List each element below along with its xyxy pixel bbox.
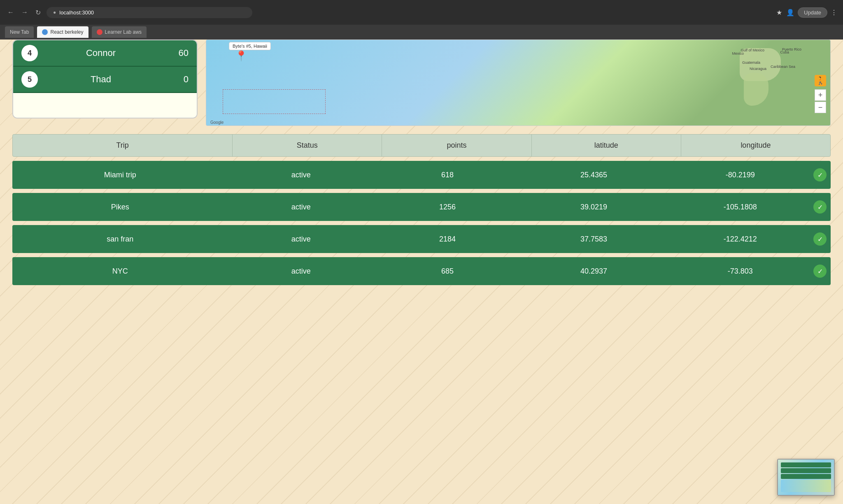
profile-icon[interactable]: 👤 bbox=[785, 8, 795, 17]
trip-status: active bbox=[228, 267, 374, 276]
table-row[interactable]: Miami trip active 618 25.4365 -80.2199 ✓ bbox=[12, 161, 831, 189]
trips-section: Trip Status points latitude longitude Mi… bbox=[0, 126, 843, 293]
check-icon: ✓ bbox=[813, 265, 827, 278]
trip-longitude: -80.2199 bbox=[667, 171, 813, 179]
nav-buttons: ← → ↻ bbox=[5, 7, 43, 18]
trip-status: active bbox=[228, 203, 374, 211]
header-trip: Trip bbox=[13, 135, 233, 156]
caribbean-label: Caribbean Sea bbox=[771, 65, 795, 69]
thumb-row bbox=[781, 468, 831, 473]
trip-points: 618 bbox=[374, 171, 521, 179]
map-tooltip: Byte's #5, Hawaii bbox=[229, 42, 271, 50]
player-name: Connor bbox=[38, 48, 164, 58]
thumb-map bbox=[781, 480, 831, 492]
leaderboard-card: 4 Connor 60 5 Thad 0 bbox=[12, 39, 198, 118]
check-icon: ✓ bbox=[813, 168, 827, 181]
thumbnail-content bbox=[778, 460, 834, 495]
url-text: localhost:3000 bbox=[59, 9, 94, 16]
map-container[interactable]: Byte's #5, Hawaii 📍 Mexico Guatemala Nic… bbox=[206, 39, 831, 126]
trip-latitude: 25.4365 bbox=[521, 171, 667, 179]
table-row[interactable]: Pikes active 1256 39.0219 -105.1808 ✓ bbox=[12, 193, 831, 221]
trips-row-container: Miami trip active 618 25.4365 -80.2199 ✓… bbox=[12, 161, 831, 285]
trip-status: active bbox=[228, 171, 374, 179]
trip-longitude: -122.4212 bbox=[667, 235, 813, 244]
trip-longitude: -73.803 bbox=[667, 267, 813, 276]
puerto-rico-label: Puerto Rico bbox=[782, 47, 801, 51]
learner-tab-label: Learner Lab aws bbox=[105, 29, 142, 35]
new-tab-label: New Tab bbox=[10, 29, 29, 35]
zoom-out-button[interactable]: − bbox=[815, 102, 826, 113]
browser-chrome: ← → ↻ ● localhost:3000 ★ 👤 Update ⋮ bbox=[0, 0, 843, 25]
learner-lab-tab[interactable]: Learner Lab aws bbox=[92, 26, 147, 38]
lock-icon: ● bbox=[53, 9, 56, 15]
map-marker: 📍 bbox=[235, 50, 247, 62]
trip-name: Pikes bbox=[12, 203, 228, 211]
player-score: 60 bbox=[164, 48, 189, 58]
check-icon: ✓ bbox=[813, 232, 827, 246]
nicaragua-label: Nicaragua bbox=[750, 67, 766, 71]
toolbar-icons: ★ 👤 Update ⋮ bbox=[775, 7, 838, 18]
player-name: Thad bbox=[38, 74, 164, 85]
player-score: 0 bbox=[164, 74, 189, 85]
thumbnail-overlay bbox=[777, 459, 835, 496]
zoom-in-button[interactable]: + bbox=[815, 89, 826, 101]
react-berkeley-tab[interactable]: React berkeley bbox=[37, 26, 88, 38]
map-zoom-controls: + − bbox=[815, 89, 826, 113]
map-attribution: Google bbox=[210, 120, 224, 125]
leaderboard-footer bbox=[13, 93, 197, 118]
table-row[interactable]: 5 Thad 0 bbox=[13, 67, 197, 93]
table-row[interactable]: san fran active 2184 37.7583 -122.4212 ✓ bbox=[12, 225, 831, 253]
learner-favicon bbox=[97, 29, 102, 35]
rank-badge: 4 bbox=[21, 45, 38, 61]
update-button[interactable]: Update bbox=[798, 7, 827, 18]
thumb-row bbox=[781, 474, 831, 479]
rank-badge: 5 bbox=[21, 71, 38, 88]
main-layout: 4 Connor 60 5 Thad 0 Byte's #5, Hawaii bbox=[0, 39, 843, 126]
browser-tabs: New Tab React berkeley Learner Lab aws bbox=[0, 25, 843, 39]
leaderboard-panel: 4 Connor 60 5 Thad 0 bbox=[12, 39, 198, 126]
map-background: Byte's #5, Hawaii 📍 Mexico Guatemala Nic… bbox=[206, 40, 830, 125]
header-points: points bbox=[382, 135, 531, 156]
trip-status: active bbox=[228, 235, 374, 244]
star-icon[interactable]: ★ bbox=[775, 8, 783, 17]
trip-latitude: 39.0219 bbox=[521, 203, 667, 211]
trip-points: 1256 bbox=[374, 203, 521, 211]
react-tab-label: React berkeley bbox=[50, 29, 83, 35]
table-row[interactable]: 4 Connor 60 bbox=[13, 40, 197, 67]
trips-table-header: Trip Status points latitude longitude bbox=[12, 134, 831, 157]
thumb-row bbox=[781, 462, 831, 467]
back-button[interactable]: ← bbox=[5, 7, 16, 18]
check-icon: ✓ bbox=[813, 200, 827, 214]
trip-latitude: 37.7583 bbox=[521, 235, 667, 244]
map-selection-box bbox=[223, 89, 326, 114]
trip-name: NYC bbox=[12, 267, 228, 276]
pegman-icon[interactable]: 🚶 bbox=[815, 75, 826, 86]
trip-name: san fran bbox=[12, 235, 228, 244]
table-row[interactable]: NYC active 685 40.2937 -73.803 ✓ bbox=[12, 257, 831, 285]
trip-name: Miami trip bbox=[12, 171, 228, 179]
react-favicon bbox=[42, 29, 48, 35]
google-logo: Google bbox=[210, 120, 224, 125]
header-longitude: longitude bbox=[681, 135, 830, 156]
header-latitude: latitude bbox=[532, 135, 681, 156]
gulf-mexico-label: Gulf of Mexico bbox=[741, 48, 764, 52]
page-content: 4 Connor 60 5 Thad 0 Byte's #5, Hawaii bbox=[0, 39, 843, 504]
new-tab-tab[interactable]: New Tab bbox=[5, 26, 34, 38]
forward-button[interactable]: → bbox=[19, 7, 30, 18]
trip-longitude: -105.1808 bbox=[667, 203, 813, 211]
address-bar[interactable]: ● localhost:3000 bbox=[47, 7, 252, 18]
menu-icon[interactable]: ⋮ bbox=[830, 8, 838, 17]
guatemala-label: Guatemala bbox=[742, 60, 760, 65]
trip-points: 685 bbox=[374, 267, 521, 276]
map-panel: Byte's #5, Hawaii 📍 Mexico Guatemala Nic… bbox=[206, 39, 831, 126]
header-status: Status bbox=[233, 135, 382, 156]
trip-latitude: 40.2937 bbox=[521, 267, 667, 276]
south-america-shape bbox=[744, 73, 768, 106]
trip-points: 2184 bbox=[374, 235, 521, 244]
reload-button[interactable]: ↻ bbox=[33, 7, 43, 18]
